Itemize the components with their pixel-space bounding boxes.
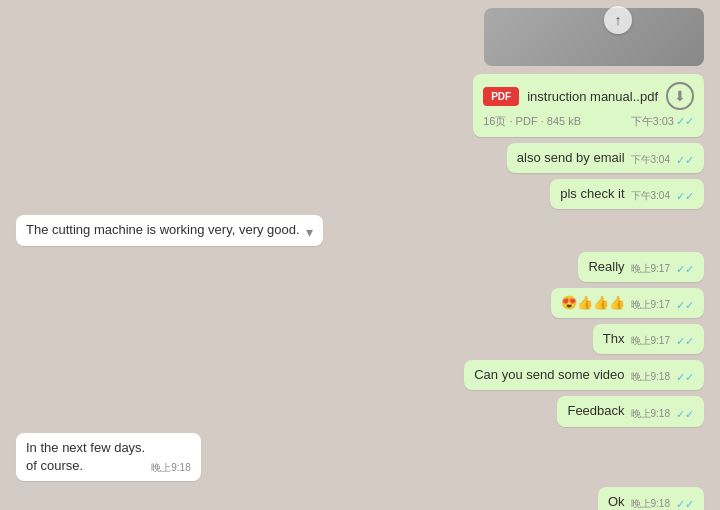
pdf-filename: instruction manual..pdf xyxy=(527,89,658,104)
msg-thx-tick: ✓✓ xyxy=(676,335,694,348)
msg-emoji1-text: 😍👍👍👍 xyxy=(561,294,625,312)
pdf-bubble: PDF instruction manual..pdf ⬇ 16页 · PDF … xyxy=(473,74,704,137)
msg-pdf: PDF instruction manual..pdf ⬇ 16页 · PDF … xyxy=(16,74,704,137)
msg-really-time: 晚上9:17 xyxy=(631,262,670,276)
msg-check-text: pls check it xyxy=(560,185,624,203)
msg-cutting: The cutting machine is working very, ver… xyxy=(16,215,704,245)
image-attachment[interactable] xyxy=(484,8,704,66)
msg-feedback: Feedback 晚上9:18 ✓✓ xyxy=(16,396,704,426)
pdf-icon: PDF xyxy=(483,87,519,106)
msg-thx: Thx 晚上9:17 ✓✓ xyxy=(16,324,704,354)
msg-ok-time: 晚上9:18 xyxy=(631,497,670,510)
msg-feedback-text: Feedback xyxy=(567,402,624,420)
msg-emoji1-tick: ✓✓ xyxy=(676,299,694,312)
msg-ok-text: Ok xyxy=(608,493,625,510)
msg-video-text: Can you send some video xyxy=(474,366,624,384)
msg-check-tick: ✓✓ xyxy=(676,190,694,203)
dropdown-arrow[interactable]: ▾ xyxy=(306,224,313,240)
msg-really: Really 晚上9:17 ✓✓ xyxy=(16,252,704,282)
msg-emoji1-time: 晚上9:17 xyxy=(631,298,670,312)
msg-nextfew: In the next few days. of course. 晚上9:18 xyxy=(16,433,704,481)
msg-email-text: also send by email xyxy=(517,149,625,167)
msg-check-time: 下午3:04 xyxy=(631,189,670,203)
msg-thx-text: Thx xyxy=(603,330,625,348)
pdf-download-button[interactable]: ⬇ xyxy=(666,82,694,110)
msg-thx-time: 晚上9:17 xyxy=(631,334,670,348)
msg-ok-tick: ✓✓ xyxy=(676,498,694,510)
msg-video: Can you send some video 晚上9:18 ✓✓ xyxy=(16,360,704,390)
pdf-tick: ✓✓ xyxy=(676,115,694,128)
msg-really-text: Really xyxy=(588,258,624,276)
msg-email-tick: ✓✓ xyxy=(676,154,694,167)
msg-really-tick: ✓✓ xyxy=(676,263,694,276)
msg-emoji1: 😍👍👍👍 晚上9:17 ✓✓ xyxy=(16,288,704,318)
msg-email: also send by email 下午3:04 ✓✓ xyxy=(16,143,704,173)
msg-ok: Ok 晚上9:18 ✓✓ xyxy=(16,487,704,510)
scroll-up-button[interactable]: ↑ xyxy=(604,6,632,34)
pdf-timestamp: 下午3:03 xyxy=(631,114,674,129)
msg-cutting-text: The cutting machine is working very, ver… xyxy=(26,221,300,239)
msg-email-time: 下午3:04 xyxy=(631,153,670,167)
chat-container: ↑ PDF instruction manual..pdf ⬇ 16页 · PD… xyxy=(0,0,720,510)
msg-video-time: 晚上9:18 xyxy=(631,370,670,384)
msg-feedback-tick: ✓✓ xyxy=(676,408,694,421)
msg-nextfew-text: In the next few days. of course. xyxy=(26,439,145,475)
msg-nextfew-time: 晚上9:18 xyxy=(151,461,190,475)
msg-video-tick: ✓✓ xyxy=(676,371,694,384)
pdf-meta-text: 16页 · PDF · 845 kB xyxy=(483,114,581,129)
msg-check: pls check it 下午3:04 ✓✓ xyxy=(16,179,704,209)
msg-feedback-time: 晚上9:18 xyxy=(631,407,670,421)
